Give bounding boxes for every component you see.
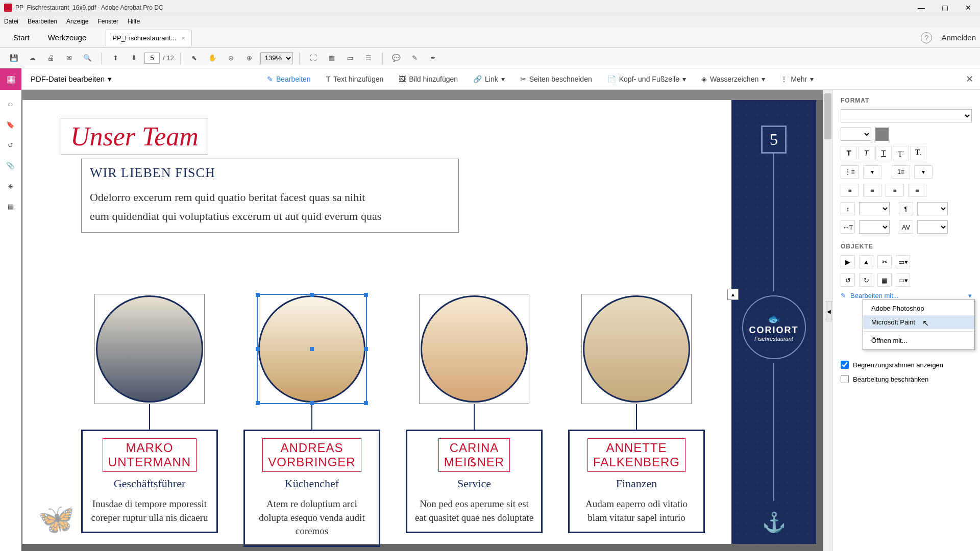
mail-icon[interactable]: ✉: [61, 51, 77, 66]
document-canvas[interactable]: Unser Team WIR LIEBEN FISCH Odelorro exc…: [21, 90, 832, 551]
number-list-button[interactable]: 1≡: [892, 165, 910, 179]
tool-watermark[interactable]: ◈ Wasserzeichen ▾: [694, 72, 772, 86]
info-box[interactable]: ANDREASVORBRINGER Küchenchef Atem re dol…: [243, 430, 380, 547]
menu-file[interactable]: Datei: [4, 18, 18, 25]
layers-icon[interactable]: ↺: [4, 138, 18, 152]
close-button[interactable]: ✕: [957, 0, 980, 15]
show-bounds-checkbox[interactable]: [841, 361, 849, 369]
scrollbar-thumb[interactable]: [824, 93, 831, 139]
arrange-icon[interactable]: ▭▾: [896, 255, 910, 268]
tool-edit[interactable]: ✎ Bearbeiten: [260, 72, 318, 86]
crop-object-icon[interactable]: ✂: [877, 255, 892, 268]
horizontal-scale-select[interactable]: [859, 220, 890, 234]
photo-frame-selected[interactable]: [257, 294, 367, 404]
next-page-icon[interactable]: ⬇: [126, 51, 141, 66]
tool-add-text[interactable]: T Text hinzufügen: [319, 72, 391, 86]
dropdown-photoshop[interactable]: Adobe Photoshop: [863, 302, 974, 315]
fit-page-icon[interactable]: ▦: [324, 51, 339, 66]
align-right-button[interactable]: ≡: [886, 184, 904, 197]
font-size-select[interactable]: [841, 128, 871, 141]
underline-button[interactable]: T: [875, 146, 892, 160]
cloud-icon[interactable]: ☁: [24, 51, 40, 66]
align-left-button[interactable]: ≡: [841, 184, 859, 197]
info-box[interactable]: CARINAMEIẞNER Service Non ped eos aperum…: [406, 430, 543, 533]
dropdown-open-with[interactable]: Öffnen mit...: [863, 334, 974, 347]
highlight-icon[interactable]: ✎: [407, 51, 423, 66]
tool-header-footer[interactable]: 📄 Kopf- und Fußzeile ▾: [600, 72, 693, 86]
text-block[interactable]: WIR LIEBEN FISCH Odelorro excerum rem qu…: [81, 159, 459, 233]
align-justify-button[interactable]: ≡: [908, 184, 926, 197]
maximize-button[interactable]: ▢: [933, 0, 957, 15]
tool-add-image[interactable]: 🖼 Bild hinzufügen: [391, 72, 465, 86]
right-expand-toggle[interactable]: ◀: [826, 301, 832, 321]
photo-frame[interactable]: [581, 294, 692, 404]
tab-start[interactable]: Start: [4, 28, 39, 47]
layers2-icon[interactable]: ◈: [4, 179, 18, 193]
edit-mode-title[interactable]: PDF-Datei bearbeiten▾: [21, 74, 121, 84]
thumbnails-icon[interactable]: ▫▫: [4, 97, 18, 111]
edit-box-marker[interactable]: ▲: [727, 289, 739, 300]
resize-handle[interactable]: [364, 401, 368, 405]
attachments-icon[interactable]: 📎: [4, 158, 18, 172]
zoom-select[interactable]: 139%: [260, 52, 293, 64]
close-tab-icon[interactable]: ×: [181, 34, 185, 42]
page-title[interactable]: Unser Team: [61, 118, 208, 155]
comment-icon[interactable]: 💬: [389, 51, 404, 66]
editbar-close-icon[interactable]: ✕: [960, 73, 980, 85]
tool-more[interactable]: ⋮ Mehr ▾: [773, 72, 821, 86]
content-icon[interactable]: ▤: [4, 199, 18, 213]
save-icon[interactable]: 💾: [6, 51, 21, 66]
edit-with-button[interactable]: ✎ Bearbeiten mit... ▾: [841, 292, 972, 299]
flip-horizontal-icon[interactable]: ▲: [859, 255, 873, 268]
bullet-list-button[interactable]: ⋮≡: [841, 165, 859, 179]
rotate-right-icon[interactable]: ↻: [859, 273, 873, 287]
page-display-icon[interactable]: ▭: [342, 51, 358, 66]
zoom-in-icon[interactable]: ⊕: [242, 51, 257, 66]
resize-handle[interactable]: [310, 401, 314, 405]
photo-frame[interactable]: [419, 294, 529, 404]
font-family-select[interactable]: [841, 109, 972, 122]
subscript-button[interactable]: T·: [910, 146, 926, 160]
info-box[interactable]: MARKOUNTERMANN Geschäftsführer Inusdae d…: [81, 430, 218, 533]
prev-page-icon[interactable]: ⬆: [108, 51, 123, 66]
menu-edit[interactable]: Bearbeiten: [28, 18, 57, 25]
kerning-select[interactable]: [917, 220, 948, 234]
resize-handle[interactable]: [364, 347, 368, 351]
help-icon[interactable]: ?: [921, 32, 932, 43]
font-color-swatch[interactable]: [875, 128, 889, 141]
number-list-dropdown[interactable]: ▾: [914, 165, 933, 179]
bold-button[interactable]: T: [841, 146, 857, 160]
menu-window[interactable]: Fenster: [97, 18, 118, 25]
document-tab[interactable]: PP_Fischrestaurant... ×: [106, 30, 192, 46]
menu-view[interactable]: Anzeige: [66, 18, 88, 25]
signin-link[interactable]: Anmelden: [941, 33, 976, 42]
menu-help[interactable]: Hilfe: [128, 18, 140, 25]
resize-handle[interactable]: [256, 293, 260, 297]
restrict-edit-checkbox[interactable]: [841, 375, 849, 383]
resize-handle[interactable]: [256, 347, 260, 351]
info-box[interactable]: ANNETTEFALKENBERG Finanzen Audam eaperro…: [568, 430, 705, 533]
para-spacing-select[interactable]: [917, 202, 948, 215]
superscript-button[interactable]: T·: [893, 146, 909, 160]
reading-mode-icon[interactable]: ☰: [361, 51, 376, 66]
tool-link[interactable]: 🔗 Link ▾: [466, 72, 512, 86]
photo-frame[interactable]: [94, 294, 205, 404]
line-spacing-select[interactable]: [859, 202, 890, 215]
dropdown-paint[interactable]: Microsoft Paint: [863, 315, 974, 329]
bookmarks-icon[interactable]: 🔖: [4, 117, 18, 132]
rotate-left-icon[interactable]: ↺: [841, 273, 855, 287]
page-input[interactable]: [144, 53, 160, 64]
hand-icon[interactable]: ✋: [205, 51, 220, 66]
edit-mode-icon[interactable]: ▦: [0, 68, 21, 90]
zoom-out-icon[interactable]: ⊖: [224, 51, 239, 66]
tool-crop[interactable]: ✂ Seiten beschneiden: [513, 72, 599, 86]
align-objects-icon[interactable]: ▭▾: [896, 273, 910, 287]
resize-handle[interactable]: [364, 293, 368, 297]
resize-handle[interactable]: [310, 293, 314, 297]
pointer-icon[interactable]: ⬉: [187, 51, 202, 66]
print-icon[interactable]: 🖨: [43, 51, 58, 66]
tab-tools[interactable]: Werkzeuge: [39, 28, 96, 47]
minimize-button[interactable]: —: [910, 0, 933, 15]
sign-icon[interactable]: ✒: [426, 51, 441, 66]
replace-image-icon[interactable]: ▦: [877, 273, 892, 287]
